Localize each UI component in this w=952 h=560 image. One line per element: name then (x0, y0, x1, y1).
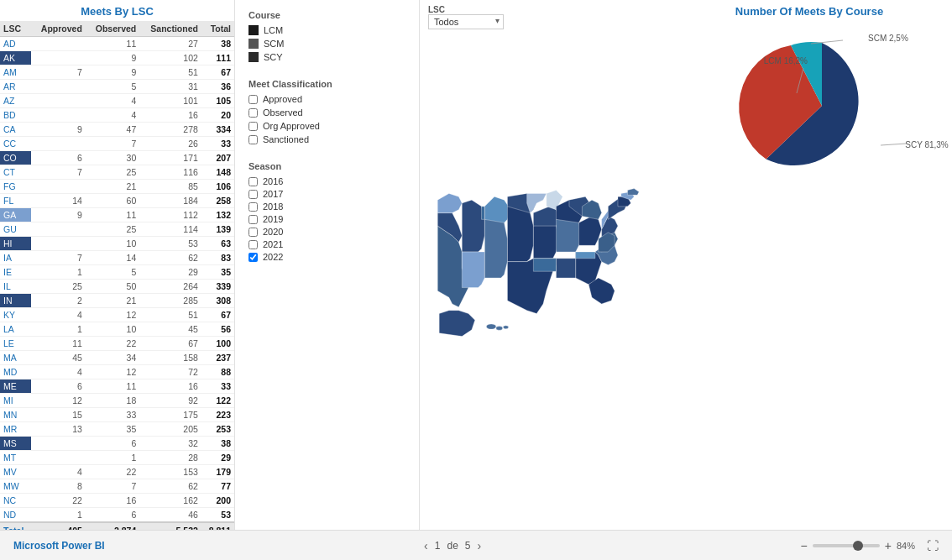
state-wa[interactable] (437, 193, 462, 212)
col-sanctioned[interactable]: Sanctioned (139, 21, 201, 37)
table-row[interactable]: IN221285308 (0, 294, 234, 308)
table-row[interactable]: LA1104556 (0, 322, 234, 337)
table-row[interactable]: FG2185106 (0, 180, 234, 194)
state-me-nh[interactable] (628, 189, 640, 196)
season-2021-input[interactable] (248, 240, 258, 249)
state-id2[interactable] (484, 196, 510, 222)
state-az-nm[interactable] (484, 216, 507, 278)
cell-total: 33 (201, 137, 234, 151)
table-row[interactable]: MS63238 (0, 437, 234, 451)
state-fl[interactable] (588, 278, 615, 304)
state-hi[interactable] (486, 324, 496, 329)
state-ar-la[interactable] (556, 259, 575, 278)
checkbox-approved[interactable]: Approved (248, 94, 405, 104)
powerbi-link[interactable]: Microsoft Power BI (13, 540, 105, 552)
table-row[interactable]: MI121892122 (0, 394, 234, 408)
table-row[interactable]: AR53136 (0, 80, 234, 94)
cell-value: 7 (31, 165, 86, 180)
table-row[interactable]: AD112738 (0, 37, 234, 51)
table-row[interactable]: MA4534158237 (0, 351, 234, 365)
table-row[interactable]: AZ4101105 (0, 94, 234, 108)
state-id-mt[interactable] (462, 200, 484, 252)
table-row[interactable]: IL2550264339 (0, 280, 234, 294)
footer-observed: 2.874 (86, 522, 139, 530)
cell-value: 72 (139, 365, 201, 379)
state-hi3[interactable] (503, 326, 508, 329)
table-row[interactable]: IA7146283 (0, 251, 234, 265)
table-row[interactable]: CC72633 (0, 137, 234, 151)
cell-lsc: NC (0, 494, 31, 508)
checkbox-org-approved[interactable]: Org Approved (248, 121, 405, 131)
season-2022-input[interactable] (248, 253, 258, 262)
table-row[interactable]: AM795167 (0, 65, 234, 80)
table-row[interactable]: HI105363 (0, 237, 234, 251)
state-nv[interactable] (462, 252, 484, 288)
col-total[interactable]: Total (201, 21, 234, 37)
table-row[interactable]: IE152935 (0, 265, 234, 280)
table-row[interactable]: NC2216162200 (0, 494, 234, 508)
right-inner: LSC Todos Number Of Meets By Course (420, 0, 952, 530)
checkbox-observed-input[interactable] (248, 108, 258, 118)
zoom-plus-button[interactable]: + (885, 539, 892, 552)
table-row[interactable]: GA911112132 (0, 208, 234, 222)
zoom-minus-button[interactable]: − (801, 539, 808, 552)
table-row[interactable]: CT725116148 (0, 165, 234, 180)
table-row[interactable]: LE112267100 (0, 337, 234, 351)
zoom-slider[interactable] (813, 544, 880, 547)
cell-value: 278 (139, 123, 201, 137)
next-page-button[interactable]: › (478, 539, 482, 552)
checkbox-org-approved-input[interactable] (248, 122, 258, 131)
checkbox-sanctioned-input[interactable] (248, 135, 258, 144)
cell-value: 26 (139, 137, 201, 151)
col-approved[interactable]: Approved (31, 21, 86, 37)
table-row[interactable]: MT12829 (0, 451, 234, 465)
state-ok[interactable] (533, 259, 556, 271)
season-2016[interactable]: 2016 (248, 176, 405, 186)
table-row[interactable]: MN1533175223 (0, 408, 234, 422)
cell-value: 16 (139, 379, 201, 394)
table-row[interactable]: CO630171207 (0, 151, 234, 165)
table-row[interactable]: FL1460184258 (0, 194, 234, 208)
state-ut-co[interactable] (482, 207, 485, 219)
us-map-svg[interactable] (420, 25, 667, 505)
season-2017-input[interactable] (248, 190, 258, 199)
table-row[interactable]: MV422153179 (0, 465, 234, 479)
season-2020[interactable]: 2020 (248, 227, 405, 237)
col-observed[interactable]: Observed (86, 21, 139, 37)
prev-page-button[interactable]: ‹ (424, 539, 428, 552)
state-tn[interactable] (576, 252, 595, 259)
cell-value: 25 (31, 280, 86, 294)
checkbox-sanctioned[interactable]: Sanctioned (248, 134, 405, 144)
table-row[interactable]: BD41620 (0, 108, 234, 123)
season-2019-input[interactable] (248, 215, 258, 224)
cell-lsc: IN (0, 294, 31, 308)
state-hi2[interactable] (496, 327, 503, 331)
state-il-in[interactable] (579, 216, 602, 245)
table-row[interactable]: GU25114139 (0, 222, 234, 237)
season-2018[interactable]: 2018 (248, 201, 405, 212)
lsc-select-wrapper[interactable]: Todos (428, 14, 504, 29)
season-2022[interactable]: 2022 (248, 252, 405, 262)
season-2021[interactable]: 2021 (248, 239, 405, 249)
table-row[interactable]: MW876277 (0, 479, 234, 494)
table-row[interactable]: MR1335205253 (0, 422, 234, 437)
fullscreen-icon[interactable]: ⛶ (927, 539, 939, 552)
table-row[interactable]: MD4127288 (0, 365, 234, 379)
zoom-thumb[interactable] (853, 541, 863, 551)
season-2020-input[interactable] (248, 228, 258, 237)
table-row[interactable]: AK9102111 (0, 51, 234, 65)
cell-total: 122 (201, 394, 234, 408)
table-row[interactable]: ME6111633 (0, 379, 234, 394)
col-lsc[interactable]: LSC (0, 21, 31, 37)
table-row[interactable]: CA947278334 (0, 123, 234, 137)
table-row[interactable]: ND164653 (0, 508, 234, 523)
lsc-select[interactable]: Todos (428, 14, 504, 29)
table-row[interactable]: KY4125167 (0, 308, 234, 322)
season-2018-input[interactable] (248, 202, 258, 212)
checkbox-observed[interactable]: Observed (248, 107, 405, 118)
season-2017[interactable]: 2017 (248, 189, 405, 199)
season-2016-input[interactable] (248, 177, 258, 186)
season-2019[interactable]: 2019 (248, 214, 405, 224)
state-ak[interactable] (439, 311, 475, 337)
checkbox-approved-input[interactable] (248, 95, 258, 104)
